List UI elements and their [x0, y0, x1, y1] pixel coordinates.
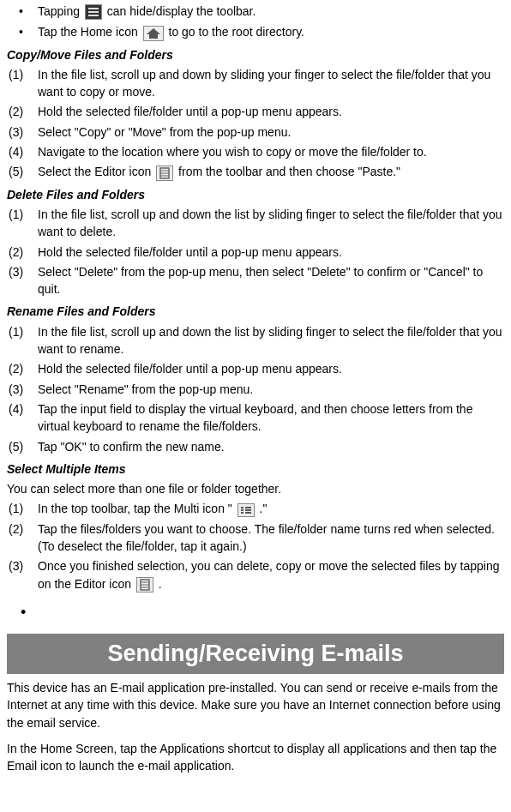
bullet-item: • Tap the Home icon to go to the root di… — [7, 23, 504, 40]
svg-rect-15 — [245, 509, 251, 511]
list-item: (4) Tap the input field to display the v… — [7, 400, 504, 436]
step-text: Select "Delete" from the pop-up menu, th… — [38, 263, 504, 298]
section-title-delete: Delete Files and Folders — [7, 186, 504, 203]
list-item: (3) Once you finished selection, you can… — [7, 557, 504, 592]
svg-rect-17 — [245, 512, 251, 514]
text-part: from the toolbar and then choose "Paste.… — [178, 165, 400, 178]
list-item: (3) Select "Rename" from the pop-up menu… — [7, 381, 504, 398]
svg-rect-1 — [88, 8, 99, 9]
step-text: Once you finished selection, you can del… — [38, 557, 504, 592]
list-item: (5) Select the Editor icon from the tool… — [7, 163, 504, 180]
text-part: can hide/display the toolbar. — [107, 4, 256, 18]
list-item: (3) Select "Copy" or "Move" from the pop… — [7, 123, 504, 141]
page-number: 12 — [7, 809, 504, 812]
editor-icon — [136, 577, 153, 592]
step-number: (2) — [7, 244, 38, 261]
editor-icon — [156, 165, 173, 181]
section-title-copy: Copy/Move Files and Folders — [7, 46, 504, 63]
text-part: Tapping — [38, 4, 83, 18]
step-number: (2) — [7, 360, 38, 377]
bullet-marker: • — [19, 23, 38, 40]
bullet-text: Tapping can hide/display the toolbar. — [38, 3, 504, 20]
step-number: (3) — [7, 123, 38, 141]
list-item: (4) Navigate to the location where you w… — [7, 143, 504, 160]
step-number: (1) — [7, 66, 38, 101]
list-item: (2) Hold the selected file/folder until … — [7, 360, 504, 377]
step-number: (3) — [7, 263, 38, 298]
list-item: (2) Hold the selected file/folder until … — [7, 244, 504, 261]
step-number: (1) — [7, 500, 38, 517]
svg-rect-12 — [241, 507, 243, 508]
home-icon — [143, 26, 164, 41]
heading-email: Sending/Receiving E-mails — [7, 634, 504, 674]
text-part: . — [159, 577, 162, 591]
section-title-multi: Select Multiple Items — [7, 460, 504, 478]
step-number: (4) — [7, 400, 38, 436]
step-text: Tap "OK" to confirm the new name. — [38, 438, 504, 455]
step-text: Hold the selected file/folder until a po… — [38, 103, 504, 120]
step-number: (5) — [7, 163, 38, 180]
list-item: (1) In the top toolbar, tap the Multi ic… — [7, 500, 504, 517]
text-part: ." — [260, 502, 268, 515]
step-number: (3) — [7, 557, 38, 592]
step-text: Select "Rename" from the pop-up menu. — [38, 381, 504, 398]
bullet-marker: • — [19, 3, 38, 20]
email-para-2: In the Home Screen, tap the Applications… — [7, 740, 504, 775]
step-text: In the top toolbar, tap the Multi icon "… — [38, 500, 504, 517]
step-text: Select "Copy" or "Move" from the pop-up … — [38, 123, 504, 141]
svg-rect-13 — [245, 507, 251, 508]
list-item: (2) Hold the selected file/folder until … — [7, 103, 504, 120]
step-text: In the file list, scroll up and down the… — [38, 206, 504, 241]
svg-rect-3 — [88, 15, 99, 16]
bullet-text: Tap the Home icon to go to the root dire… — [38, 23, 504, 40]
list-item: (1) In the file list, scroll up and down… — [7, 66, 504, 101]
step-text: Select the Editor icon from the toolbar … — [38, 163, 504, 180]
svg-rect-14 — [241, 509, 243, 511]
empty-bullet: • — [7, 601, 504, 623]
step-text: Tap the files/folders you want to choose… — [38, 520, 504, 556]
text-part: In the top toolbar, tap the Multi icon " — [38, 502, 232, 515]
list-item: (5) Tap "OK" to confirm the new name. — [7, 438, 504, 455]
step-text: Navigate to the location where you wish … — [38, 143, 504, 160]
step-text: Hold the selected file/folder until a po… — [38, 360, 504, 377]
email-para-1: This device has an E-mail application pr… — [7, 679, 504, 731]
svg-rect-16 — [241, 512, 243, 514]
bullet-item: • Tapping can hide/display the toolbar. — [7, 3, 504, 20]
section-title-rename: Rename Files and Folders — [7, 303, 504, 320]
step-number: (3) — [7, 381, 38, 398]
text-part: to go to the root directory. — [169, 25, 305, 39]
svg-rect-2 — [88, 11, 99, 13]
list-item: (3) Select "Delete" from the pop-up menu… — [7, 263, 504, 298]
step-number: (2) — [7, 103, 38, 120]
step-text: In the file list, scroll up and down the… — [38, 323, 504, 358]
step-number: (4) — [7, 143, 38, 160]
step-number: (1) — [7, 323, 38, 358]
text-part: Select the Editor icon — [38, 165, 154, 178]
step-number: (1) — [7, 206, 38, 241]
step-text: Hold the selected file/folder until a po… — [38, 244, 504, 261]
intro-text: You can select more than one file or fol… — [7, 480, 504, 497]
list-item: (1) In the file list, scroll up and down… — [7, 206, 504, 241]
text-part: Tap the Home icon — [38, 25, 141, 39]
multi-icon — [237, 503, 255, 517]
list-item: (2) Tap the files/folders you want to ch… — [7, 520, 504, 556]
step-text: In the file list, scroll up and down by … — [38, 66, 504, 101]
step-text: Tap the input field to display the virtu… — [38, 400, 504, 436]
toolbar-toggle-icon — [85, 4, 102, 20]
list-item: (1) In the file list, scroll up and down… — [7, 323, 504, 358]
text-part: Once you finished selection, you can del… — [38, 559, 500, 590]
step-number: (2) — [7, 520, 38, 556]
step-number: (5) — [7, 438, 38, 455]
